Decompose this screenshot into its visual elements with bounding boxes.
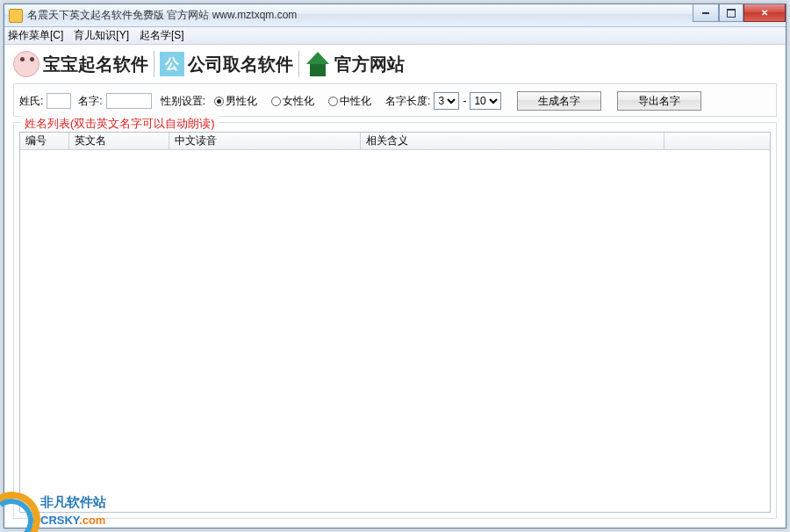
house-icon xyxy=(305,52,331,76)
menubar: 操作菜单[C] 育儿知识[Y] 起名学[S] xyxy=(4,27,786,45)
surname-input[interactable] xyxy=(47,93,71,109)
radio-male-label: 男性化 xyxy=(226,94,257,109)
content-area: 宝宝起名软件 公 公司取名软件 官方网站 姓氏: 名字: 性别设置: 男性化 女… xyxy=(4,45,786,528)
banner-baby-naming[interactable]: 宝宝起名软件 xyxy=(43,53,148,76)
col-pinyin[interactable]: 中文读音 xyxy=(169,133,361,149)
radio-female[interactable]: 女性化 xyxy=(271,94,314,109)
menu-naming[interactable]: 起名学[S] xyxy=(140,28,184,43)
menu-parenting[interactable]: 育儿知识[Y] xyxy=(74,28,129,43)
surname-label: 姓氏: xyxy=(19,94,43,109)
window-title: 名震天下英文起名软件免费版 官方网站 www.mztxqm.com xyxy=(27,8,297,23)
input-panel: 姓氏: 名字: 性别设置: 男性化 女性化 中性化 名字长度: 3 - 10 生… xyxy=(13,83,777,117)
radio-neutral-label: 中性化 xyxy=(340,94,371,109)
names-table: 编号 英文名 中文读音 相关含义 xyxy=(19,132,771,513)
col-index[interactable]: 编号 xyxy=(20,133,69,149)
banner-official-site[interactable]: 官方网站 xyxy=(334,53,405,76)
minimize-button[interactable] xyxy=(693,4,719,22)
banner: 宝宝起名软件 公 公司取名软件 官方网站 xyxy=(13,48,777,80)
radio-female-label: 女性化 xyxy=(283,94,314,109)
separator xyxy=(298,51,299,77)
close-button[interactable] xyxy=(743,4,786,22)
length-min-select[interactable]: 3 xyxy=(434,92,459,110)
name-input[interactable] xyxy=(106,93,152,109)
radio-dot-icon xyxy=(328,97,338,106)
name-label: 名字: xyxy=(78,94,102,109)
company-icon: 公 xyxy=(160,52,184,76)
app-icon xyxy=(9,9,23,23)
names-panel: 姓名列表(双击英文名字可以自动朗读) 编号 英文名 中文读音 相关含义 xyxy=(13,122,777,519)
window-controls xyxy=(693,4,786,22)
dash-label: - xyxy=(463,95,466,107)
export-button[interactable]: 导出名字 xyxy=(617,91,701,111)
radio-male[interactable]: 男性化 xyxy=(214,94,257,109)
radio-dot-icon xyxy=(271,97,281,106)
length-label: 名字长度: xyxy=(385,94,430,109)
app-window: 名震天下英文起名软件免费版 官方网站 www.mztxqm.com 操作菜单[C… xyxy=(4,4,786,528)
col-spacer xyxy=(664,133,770,149)
baby-icon xyxy=(13,51,40,77)
generate-button[interactable]: 生成名字 xyxy=(517,91,601,111)
table-header: 编号 英文名 中文读音 相关含义 xyxy=(20,133,770,150)
menu-operations[interactable]: 操作菜单[C] xyxy=(8,28,63,43)
banner-company-naming[interactable]: 公司取名软件 xyxy=(188,53,293,76)
separator xyxy=(154,51,154,77)
length-max-select[interactable]: 10 xyxy=(470,92,501,110)
table-body[interactable] xyxy=(20,150,770,512)
radio-dot-icon xyxy=(214,97,224,106)
col-english[interactable]: 英文名 xyxy=(69,133,169,149)
names-legend: 姓名列表(双击英文名字可以自动朗读) xyxy=(21,116,219,132)
titlebar[interactable]: 名震天下英文起名软件免费版 官方网站 www.mztxqm.com xyxy=(4,4,786,27)
gender-label: 性别设置: xyxy=(161,94,205,109)
radio-neutral[interactable]: 中性化 xyxy=(328,94,371,109)
maximize-button[interactable] xyxy=(719,4,743,22)
col-meaning[interactable]: 相关含义 xyxy=(361,133,664,149)
